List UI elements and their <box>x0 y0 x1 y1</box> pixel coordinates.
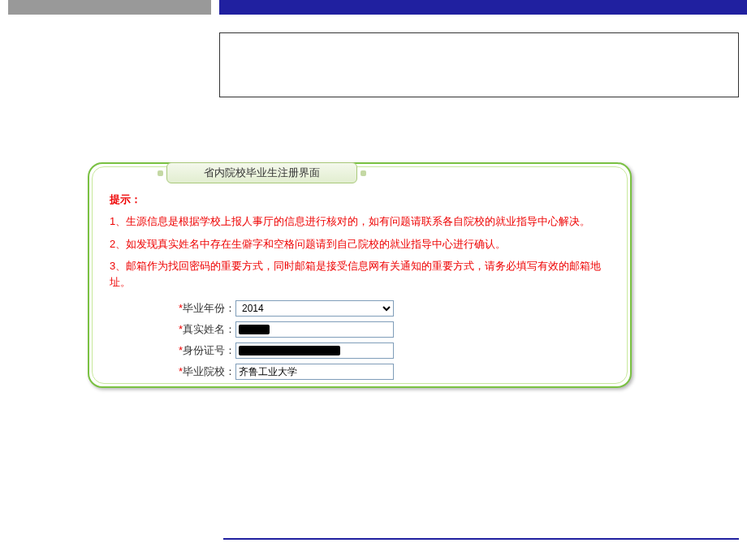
bottom-blue-line <box>223 538 739 540</box>
form-area: *毕业年份： 2014 *真实姓名： *身份证号： <box>162 299 610 381</box>
school-label: *毕业院校： <box>162 364 235 379</box>
top-blue-bar <box>219 0 747 15</box>
form-row-school: *毕业院校： <box>162 363 610 381</box>
top-blank-box <box>219 32 739 97</box>
hint-line-3: 3、邮箱作为找回密码的重要方式，同时邮箱是接受信息网有关通知的重要方式，请务必填… <box>110 258 610 290</box>
year-select[interactable]: 2014 <box>235 300 394 317</box>
name-input[interactable] <box>235 321 394 338</box>
hint-line-2: 2、如发现真实姓名中存在生僻字和空格问题请到自己院校的就业指导中心进行确认。 <box>110 236 610 252</box>
redacted-id <box>239 346 340 355</box>
form-row-name: *真实姓名： <box>162 321 610 338</box>
registration-panel: 省内院校毕业生注册界面 提示： 1、生源信息是根据学校上报人事厅的信息进行核对的… <box>88 162 632 388</box>
year-label-text: 毕业年份： <box>183 302 235 314</box>
top-gray-bar <box>8 0 211 15</box>
school-label-text: 毕业院校： <box>183 365 235 377</box>
form-row-id: *身份证号： <box>162 342 610 360</box>
hint-title: 提示： <box>110 192 610 207</box>
redacted-name <box>239 325 270 334</box>
school-input[interactable] <box>235 364 394 380</box>
id-label-text: 身份证号： <box>183 344 235 356</box>
id-label: *身份证号： <box>162 343 235 358</box>
year-label: *毕业年份： <box>162 301 235 316</box>
panel-content: 提示： 1、生源信息是根据学校上报人事厅的信息进行核对的，如有问题请联系各自院校… <box>89 164 630 396</box>
form-row-year: *毕业年份： 2014 <box>162 299 610 317</box>
hint-line-1: 1、生源信息是根据学校上报人事厅的信息进行核对的，如有问题请联系各自院校的就业指… <box>110 213 610 230</box>
name-label: *真实姓名： <box>162 322 235 337</box>
name-label-text: 真实姓名： <box>183 323 235 335</box>
panel-title: 省内院校毕业生注册界面 <box>166 162 357 183</box>
id-input[interactable] <box>235 342 394 359</box>
panel-title-text: 省内院校毕业生注册界面 <box>204 166 320 180</box>
